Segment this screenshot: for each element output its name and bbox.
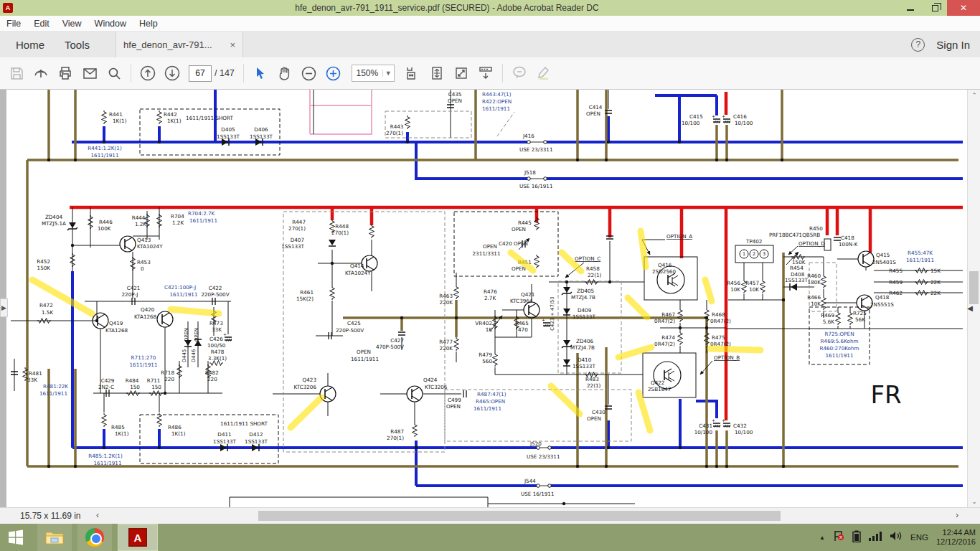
action-center-flag-icon[interactable] bbox=[833, 530, 844, 545]
svg-text:R468: R468 bbox=[712, 311, 725, 318]
tab-document[interactable]: hfe_denon_avr-791... × bbox=[116, 32, 243, 57]
svg-text:R483: R483 bbox=[585, 376, 599, 382]
svg-text:KTC3964: KTC3964 bbox=[510, 298, 533, 304]
menu-help[interactable]: Help bbox=[133, 19, 164, 29]
menu-file[interactable]: File bbox=[0, 19, 27, 29]
start-button[interactable] bbox=[0, 524, 32, 551]
svg-text:OPEN: OPEN bbox=[194, 328, 199, 342]
highlighter-icon[interactable] bbox=[532, 61, 556, 85]
taskbar-clock[interactable]: 12:44 AM 12/12/2016 bbox=[936, 528, 976, 547]
horizontal-scroll-thumb[interactable] bbox=[258, 511, 781, 521]
scroll-right-icon[interactable]: › bbox=[956, 510, 958, 520]
file-explorer-button[interactable] bbox=[37, 524, 72, 551]
clock-date: 12/12/2016 bbox=[936, 537, 976, 547]
svg-text:2N2-C: 2N2-C bbox=[98, 384, 114, 390]
svg-text:OPTION_D: OPTION_D bbox=[798, 240, 825, 247]
svg-text:R441:1.2K(1): R441:1.2K(1) bbox=[88, 145, 122, 151]
search-icon[interactable] bbox=[102, 61, 126, 85]
comment-icon[interactable] bbox=[507, 61, 532, 85]
save-icon[interactable] bbox=[4, 61, 29, 85]
print-icon[interactable] bbox=[53, 61, 77, 85]
svg-text:KTA1268: KTA1268 bbox=[105, 327, 128, 334]
minimize-button[interactable] bbox=[898, 0, 923, 16]
svg-text:150: 150 bbox=[151, 384, 161, 390]
tab-tools[interactable]: Tools bbox=[55, 32, 100, 57]
svg-text:ZD404: ZD404 bbox=[45, 214, 63, 220]
zoom-out-icon[interactable] bbox=[297, 61, 321, 85]
scroll-left-icon[interactable]: ‹ bbox=[96, 510, 99, 520]
email-icon[interactable] bbox=[77, 61, 102, 85]
menu-window[interactable]: Window bbox=[88, 19, 133, 29]
tray-caret-icon[interactable]: ▲ bbox=[819, 534, 825, 541]
scroll-up-icon[interactable]: ⌃ bbox=[968, 90, 980, 101]
svg-text:220: 220 bbox=[164, 376, 174, 382]
svg-text:220K: 220K bbox=[440, 299, 453, 306]
svg-text:Q415: Q415 bbox=[876, 252, 890, 258]
svg-text:150: 150 bbox=[130, 384, 140, 390]
svg-text:R718: R718 bbox=[161, 369, 174, 376]
svg-text:2: 2 bbox=[753, 251, 755, 257]
svg-text:R443:47(1): R443:47(1) bbox=[482, 91, 512, 98]
fit-page-icon[interactable] bbox=[425, 61, 449, 85]
svg-text:USE 23/3311: USE 23/3311 bbox=[527, 453, 560, 460]
svg-text:D410: D410 bbox=[578, 357, 592, 363]
svg-text:1611/1911: 1611/1911 bbox=[189, 217, 217, 224]
svg-text:R711:270: R711:270 bbox=[131, 354, 156, 361]
svg-text:1611/1911: 1611/1911 bbox=[90, 152, 118, 159]
help-icon[interactable]: ? bbox=[911, 38, 925, 52]
svg-text:1611/1911: 1611/1911 bbox=[39, 390, 67, 397]
scroll-down-icon[interactable]: ⌄ bbox=[968, 496, 980, 507]
fit-width-icon[interactable] bbox=[400, 61, 425, 85]
acrobat-icon: A bbox=[128, 528, 147, 547]
sign-in-button[interactable]: Sign In bbox=[936, 39, 970, 51]
previous-page-icon[interactable] bbox=[136, 61, 160, 85]
chrome-button[interactable] bbox=[77, 524, 112, 551]
hand-tool-icon[interactable] bbox=[273, 61, 297, 85]
acrobat-button[interactable]: A bbox=[118, 524, 158, 551]
svg-text:C427: C427 bbox=[390, 337, 404, 344]
chevron-down-icon: ▼ bbox=[382, 70, 394, 77]
svg-text:470P-500V: 470P-500V bbox=[376, 344, 404, 350]
svg-text:2N5551S: 2N5551S bbox=[870, 301, 894, 308]
svg-text:220K: 220K bbox=[440, 345, 453, 352]
battery-icon[interactable] bbox=[852, 530, 861, 545]
left-panel-toggle[interactable]: ▶ bbox=[0, 298, 8, 317]
svg-text:C435: C435 bbox=[448, 91, 462, 98]
read-mode-icon[interactable] bbox=[473, 61, 498, 85]
svg-text:1611/1911: 1611/1911 bbox=[482, 105, 510, 112]
fullscreen-icon[interactable] bbox=[449, 61, 473, 85]
page-number-input[interactable] bbox=[189, 65, 212, 82]
share-upload-icon[interactable] bbox=[29, 61, 53, 85]
svg-text:5.6K: 5.6K bbox=[823, 319, 834, 325]
horizontal-scrollbar-row: 15.75 x 11.69 in ‹ › bbox=[0, 507, 980, 524]
svg-text:R474: R474 bbox=[661, 334, 675, 341]
language-indicator[interactable]: ENG bbox=[910, 533, 928, 542]
menu-view[interactable]: View bbox=[56, 19, 88, 29]
right-panel-toggle[interactable]: ◀ bbox=[966, 298, 974, 317]
svg-text:+: + bbox=[712, 113, 715, 118]
next-page-icon[interactable] bbox=[160, 61, 184, 85]
svg-text:220P-500V: 220P-500V bbox=[336, 327, 364, 334]
zoom-level-dropdown[interactable]: 150% ▼ bbox=[352, 65, 395, 82]
svg-text:1SS133T: 1SS133T bbox=[281, 243, 304, 250]
svg-text:+: + bbox=[542, 317, 545, 322]
network-signal-icon[interactable] bbox=[869, 531, 882, 544]
svg-text:R460: R460 bbox=[807, 273, 821, 279]
menu-edit[interactable]: Edit bbox=[27, 19, 56, 29]
svg-text:R446: R446 bbox=[99, 219, 113, 225]
svg-text:USE 23/3311: USE 23/3311 bbox=[519, 146, 553, 153]
svg-text:R725: R725 bbox=[853, 310, 867, 316]
svg-text:R469:5.6Kohm: R469:5.6Kohm bbox=[821, 338, 859, 344]
volume-icon[interactable] bbox=[890, 530, 903, 545]
restore-button[interactable] bbox=[923, 0, 947, 16]
tab-home[interactable]: Home bbox=[6, 32, 55, 57]
close-button[interactable]: ✕ bbox=[947, 0, 980, 16]
select-tool-icon[interactable] bbox=[248, 61, 273, 85]
zoom-in-icon[interactable] bbox=[321, 61, 346, 85]
svg-text:R487:47(1): R487:47(1) bbox=[477, 391, 507, 397]
svg-text:270(1): 270(1) bbox=[387, 435, 404, 441]
svg-text:C432: C432 bbox=[733, 423, 747, 429]
svg-text:C421: C421 bbox=[127, 285, 141, 291]
tab-close-icon[interactable]: × bbox=[230, 39, 235, 50]
svg-text:+: + bbox=[712, 418, 715, 423]
